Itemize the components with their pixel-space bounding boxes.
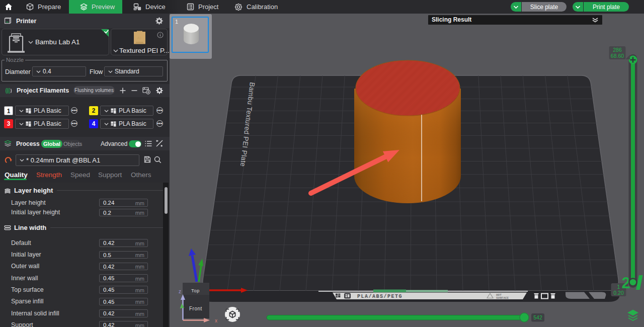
svg-text:Front: Front [189,306,202,311]
svg-text:z: z [179,289,181,294]
svg-text:Top: Top [191,288,200,293]
svg-text:68.60: 68.60 [611,53,624,59]
svg-text:x: x [215,318,217,323]
svg-text:286: 286 [613,47,622,53]
svg-text:1: 1 [617,284,620,290]
svg-text:A1: A1 [137,36,142,40]
svg-text:SURFACE: SURFACE [496,296,509,300]
svg-text:PLA/ABS/PETG: PLA/ABS/PETG [357,294,403,299]
svg-text:542: 542 [533,314,542,320]
